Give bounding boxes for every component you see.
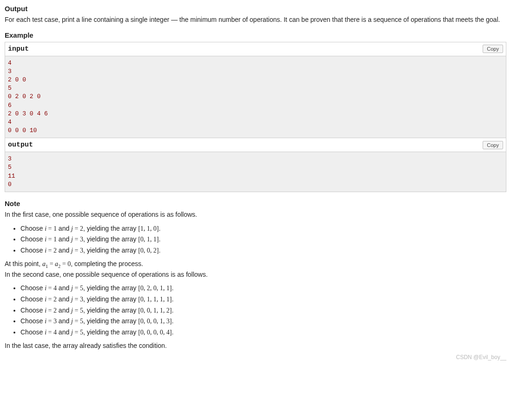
math-i-eq: i = 1 [45, 225, 57, 232]
operation-item: Choose i = 2 and j = 3, yielding the arr… [20, 246, 506, 255]
note-intro-2: In the second case, one possible sequenc… [5, 271, 208, 278]
array-value: [1, 1, 0] [138, 224, 159, 233]
text-fragment: , completing the process. [71, 260, 143, 267]
case1-list: Choose i = 1 and j = 2, yielding the arr… [20, 224, 506, 255]
case2-list: Choose i = 4 and j = 5, yielding the arr… [20, 284, 506, 337]
note-after-1: At this point, a1 = a2 = 0, completing t… [5, 260, 506, 279]
math-j-eq: j = 5 [71, 329, 83, 336]
array-value: [0, 1, 1, 1, 1] [138, 295, 172, 304]
copy-output-button[interactable]: Copy [483, 141, 503, 149]
input-block: input Copy 4 3 2 0 0 5 0 2 0 2 0 6 2 0 3… [5, 42, 506, 139]
note-body: In the first case, one possible sequence… [5, 210, 506, 351]
math-i-eq: i = 4 [45, 285, 57, 292]
math-j-eq: j = 3 [71, 247, 83, 254]
array-value: [0, 0, 1, 1, 2] [138, 306, 172, 315]
note-heading: Note [5, 199, 506, 208]
array-value: [0, 0, 0, 1, 3] [138, 317, 172, 326]
output-content: 3 5 11 0 [5, 152, 506, 192]
output-block: output Copy 3 5 11 0 [5, 138, 506, 192]
math-i-eq: i = 3 [45, 318, 57, 325]
watermark: CSDN @Evil_boy__ [5, 353, 506, 361]
output-header: output Copy [5, 138, 506, 152]
input-label: input [8, 44, 29, 54]
array-value: [0, 1, 1] [138, 235, 159, 244]
array-value: [0, 2, 0, 1, 1] [138, 284, 172, 293]
math-a1-eq-a2-eq-0: a1 = a2 = 0 [42, 260, 71, 267]
output-description: For each test case, print a line contain… [5, 15, 506, 25]
math-i-eq: i = 1 [45, 236, 57, 243]
output-label: output [8, 140, 33, 150]
copy-input-button[interactable]: Copy [483, 45, 503, 53]
text-fragment: At this point, [5, 260, 42, 267]
note-last: In the last case, the array already sati… [5, 341, 506, 351]
operation-item: Choose i = 4 and j = 5, yielding the arr… [20, 284, 506, 293]
input-content: 4 3 2 0 0 5 0 2 0 2 0 6 2 0 3 0 4 6 4 0 … [5, 56, 506, 138]
array-value: [0, 0, 2] [138, 246, 159, 255]
math-j-eq: j = 5 [71, 285, 83, 292]
operation-item: Choose i = 3 and j = 5, yielding the arr… [20, 317, 506, 326]
operation-item: Choose i = 4 and j = 5, yielding the arr… [20, 328, 506, 337]
math-j-eq: j = 5 [71, 318, 83, 325]
math-j-eq: j = 5 [71, 307, 83, 314]
input-header: input Copy [5, 42, 506, 56]
operation-item: Choose i = 2 and j = 5, yielding the arr… [20, 306, 506, 315]
math-j-eq: j = 3 [71, 296, 83, 303]
math-i-eq: i = 2 [45, 307, 57, 314]
math-i-eq: i = 2 [45, 296, 57, 303]
array-value: [0, 0, 0, 0, 4] [138, 328, 172, 337]
math-j-eq: j = 3 [71, 236, 83, 243]
example-heading: Example [5, 30, 506, 40]
operation-item: Choose i = 1 and j = 2, yielding the arr… [20, 224, 506, 233]
note-intro-1: In the first case, one possible sequence… [5, 210, 506, 220]
math-i-eq: i = 2 [45, 247, 57, 254]
operation-item: Choose i = 2 and j = 3, yielding the arr… [20, 295, 506, 304]
operation-item: Choose i = 1 and j = 3, yielding the arr… [20, 235, 506, 244]
output-heading: Output [5, 4, 506, 13]
math-i-eq: i = 4 [45, 329, 57, 336]
math-j-eq: j = 2 [71, 225, 83, 232]
